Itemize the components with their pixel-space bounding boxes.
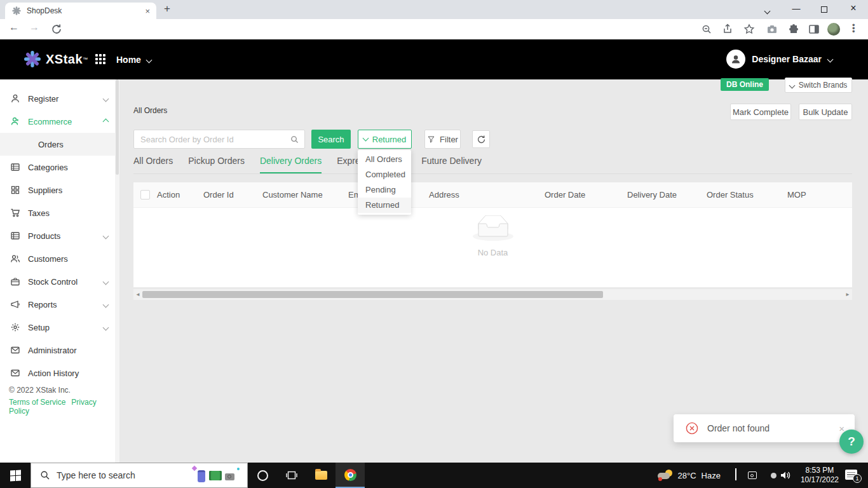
ecommerce-icon [10, 116, 20, 126]
list-icon [10, 231, 20, 241]
browser-menu-icon[interactable]: ••• [852, 24, 855, 33]
share-icon[interactable] [722, 24, 733, 35]
dropdown-option-all-orders[interactable]: All Orders [358, 152, 411, 167]
sidebar-label: Action History [28, 369, 79, 378]
cortana-button[interactable] [248, 463, 277, 488]
task-view-button[interactable] [277, 463, 306, 488]
sidebar-label: Suppliers [28, 186, 62, 195]
xstak-brand[interactable]: XStak™ [24, 51, 88, 67]
tab-title: ShopDesk [27, 6, 145, 15]
refresh-button[interactable] [472, 130, 490, 148]
windows-logo-icon [10, 470, 21, 481]
select-all-checkbox[interactable] [140, 190, 150, 200]
action-center-button[interactable]: 1 [845, 470, 859, 481]
tray-app-icon[interactable] [748, 471, 757, 479]
grid-icon [10, 185, 20, 195]
weather-widget[interactable]: 28°C Haze [658, 470, 721, 481]
xstak-logo-icon [24, 51, 41, 67]
browser-profile-avatar[interactable] [827, 23, 840, 36]
start-button[interactable] [0, 463, 31, 488]
tab-pickup-orders[interactable]: Pickup Orders [188, 154, 245, 173]
dropdown-option-pending[interactable]: Pending [358, 182, 411, 198]
list-icon [10, 162, 20, 172]
status-filter-dropdown[interactable]: Returned [358, 130, 412, 149]
window-minimize-button[interactable]: — [790, 4, 803, 13]
tab-close-icon[interactable]: × [145, 6, 150, 16]
bulk-update-button[interactable]: Bulk Update [799, 104, 852, 120]
window-menu-chevron-icon[interactable] [761, 6, 773, 15]
scroll-right-arrow-icon[interactable]: ► [843, 292, 852, 297]
tab-delivery-orders[interactable]: Delivery Orders [260, 154, 322, 173]
forward-icon[interactable]: → [29, 22, 39, 33]
reload-icon[interactable] [51, 24, 62, 35]
taskbar-search-input[interactable] [57, 470, 177, 480]
window-maximize-button[interactable] [818, 5, 831, 15]
apps-grid-icon[interactable] [95, 54, 105, 64]
sidebar-item-products[interactable]: Products [0, 224, 119, 247]
briefcase-icon [10, 276, 20, 287]
help-button[interactable]: ? [839, 430, 864, 454]
tab-future-delivery[interactable]: Future Delivery [421, 154, 482, 173]
sidebar-item-administrator[interactable]: Administrator [0, 339, 119, 362]
sidebar-item-reports[interactable]: Reports [0, 293, 119, 316]
tab-all-orders[interactable]: All Orders [133, 154, 173, 173]
show-hidden-icons-chevron[interactable] [735, 470, 736, 481]
extensions-puzzle-icon[interactable] [788, 24, 799, 35]
sidebar-item-customers[interactable]: Customers [0, 247, 119, 270]
search-icon [290, 135, 299, 144]
horizontal-scrollbar[interactable]: ◄ ► [133, 289, 852, 300]
nav-home[interactable]: Home [116, 55, 151, 65]
weather-condition: Haze [702, 471, 721, 480]
sidebar-item-orders[interactable]: Orders [0, 133, 119, 156]
new-tab-button[interactable]: + [164, 3, 170, 15]
order-search-input[interactable] [134, 130, 304, 148]
dropdown-option-completed[interactable]: Completed [358, 167, 411, 182]
chrome-taskbar-button[interactable] [336, 463, 365, 488]
switch-brands-button[interactable]: Switch Brands [785, 78, 852, 93]
sidebar-scrollbar[interactable] [115, 79, 119, 463]
taskbar-search[interactable] [31, 463, 248, 488]
sidebar-label: Ecommerce [28, 117, 72, 126]
col-order-date: Order Date [545, 190, 627, 200]
browser-tab[interactable]: ShopDesk × [5, 3, 156, 19]
sidebar-item-action-history[interactable]: Action History [0, 362, 119, 384]
home-chevron-down-icon [146, 57, 152, 63]
clock[interactable]: 8:53 PM 10/17/2022 [801, 466, 839, 485]
sidebar-item-stock-control[interactable]: Stock Control [0, 270, 119, 293]
megaphone-icon [10, 299, 20, 309]
mark-complete-button[interactable]: Mark Complete [730, 104, 791, 120]
sidebar-item-categories[interactable]: Categories [0, 156, 119, 179]
orders-tabs: All Orders Pickup Orders Delivery Orders… [133, 154, 852, 174]
search-button[interactable]: Search [311, 130, 351, 149]
app-header: XStak™ Home Designer Bazaar [0, 39, 868, 79]
person-icon [10, 93, 20, 104]
screen: ShopDesk × + — × ← → https://xap.xstak.c… [0, 0, 868, 488]
scroll-left-arrow-icon[interactable]: ◄ [133, 292, 142, 297]
terms-link[interactable]: Terms of Service [9, 398, 65, 407]
sidebar-label: Categories [28, 163, 68, 172]
bookmark-star-icon[interactable] [743, 24, 755, 35]
notification-badge: 1 [853, 474, 862, 483]
bulk-update-label: Bulk Update [803, 107, 848, 117]
scrollbar-thumb[interactable] [142, 291, 603, 298]
window-close-button[interactable]: × [847, 3, 860, 14]
camera-extension-icon[interactable] [766, 24, 778, 35]
filter-button[interactable]: Filter [424, 130, 461, 149]
file-explorer-button[interactable] [306, 463, 336, 488]
empty-inbox-icon [473, 215, 513, 241]
sidebar-item-taxes[interactable]: Taxes [0, 201, 119, 224]
user-menu[interactable]: Designer Bazaar [726, 50, 832, 69]
sidebar: Register Ecommerce Orders Categories Sup… [0, 79, 119, 463]
zoom-icon[interactable] [701, 24, 712, 35]
side-panel-icon[interactable] [808, 24, 820, 35]
sidebar-item-ecommerce[interactable]: Ecommerce [0, 110, 119, 133]
sidebar-item-suppliers[interactable]: Suppliers [0, 179, 119, 201]
sidebar-item-register[interactable]: Register [0, 87, 119, 110]
sidebar-item-setup[interactable]: Setup [0, 316, 119, 339]
dropdown-option-returned[interactable]: Returned [358, 198, 411, 213]
order-search-field[interactable] [133, 130, 305, 149]
volume-icon[interactable] [780, 470, 791, 480]
back-icon[interactable]: ← [9, 22, 19, 33]
status-dropdown-menu: All Orders Completed Pending Returned [358, 150, 411, 215]
envelope-icon [10, 368, 20, 378]
